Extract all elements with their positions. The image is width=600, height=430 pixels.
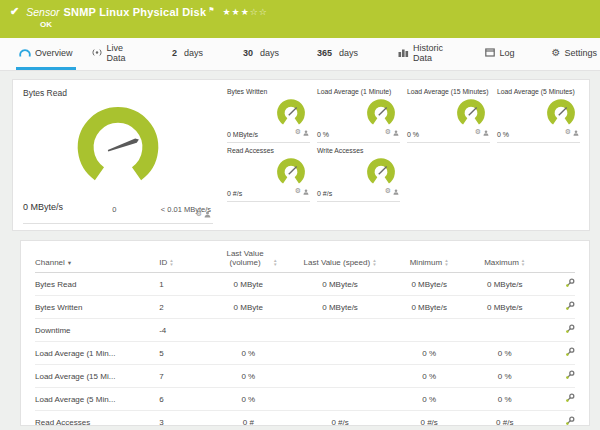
gauge-bytes-read[interactable]: Bytes Read 0 MByte/s 0 < 0.01 MByte/s ⚙ <box>23 88 213 224</box>
channel-settings-wrench-icon[interactable] <box>565 304 575 313</box>
channel-name[interactable]: Read Accesses <box>35 411 159 430</box>
channel-gear-icon[interactable]: ⚙ <box>385 187 391 194</box>
tab-label: Settings <box>564 48 597 58</box>
maximum-value <box>467 319 543 342</box>
tab-log[interactable]: Log <box>482 38 517 70</box>
channel-id: 3 <box>159 411 208 430</box>
channel-id: 2 <box>159 296 208 319</box>
user-icon[interactable] <box>573 122 579 140</box>
gauge-read-accesses[interactable]: Read Accesses 0 #/s ⚙ <box>227 147 310 202</box>
channel-gear-icon[interactable]: ⚙ <box>565 128 571 135</box>
channel-id: 1 <box>159 273 208 296</box>
user-icon[interactable] <box>303 181 309 199</box>
table-header-row: Channel▼ ID▲▼ Last Value (volume)▲▼ Last… <box>35 249 575 273</box>
gauge-current-value: 0 #/s <box>317 190 332 197</box>
live-data-icon <box>91 48 103 57</box>
tab-settings[interactable]: ⚙ Settings <box>549 38 600 70</box>
channel-settings-wrench-icon[interactable] <box>565 419 575 428</box>
tab-number: 30 <box>243 48 253 58</box>
priority-stars[interactable]: ★★★☆☆ <box>223 7 268 17</box>
channel-gear-icon[interactable]: ⚙ <box>475 128 481 135</box>
gear-icon: ⚙ <box>552 48 561 58</box>
gauge-load-average-1-minute[interactable]: Load Average (1 Minute) 0 % ⚙ <box>317 88 400 143</box>
sort-icon: ▲▼ <box>521 259 525 266</box>
channel-name[interactable]: Load Average (15 Mi... <box>35 365 159 388</box>
last-value-speed: 0 MByte/s <box>289 273 392 296</box>
minimum-value: 0 % <box>391 365 467 388</box>
channel-gear-icon[interactable]: ⚙ <box>196 210 202 217</box>
user-icon[interactable] <box>204 204 211 222</box>
gauge-current-value: 0 MByte/s <box>23 202 63 212</box>
stars-filled: ★★★ <box>223 7 250 17</box>
gauge-title: Load Average (5 Minutes) <box>497 88 580 95</box>
tab-historic-data[interactable]: Historic Data <box>395 38 449 70</box>
gauge-load-average-15-minutes[interactable]: Load Average (15 Minutes) 0 % ⚙ <box>407 88 490 143</box>
flag-icon[interactable]: ⚑ <box>208 6 214 14</box>
header-maximum[interactable]: Maximum▲▼ <box>467 249 543 273</box>
gauge-current-value: 0 % <box>407 131 419 138</box>
last-value-volume: 0 MByte <box>208 296 289 319</box>
user-icon[interactable] <box>393 122 399 140</box>
small-gauges-grid: Bytes Written 0 MByte/s ⚙ Load Average (… <box>227 88 581 224</box>
tab-2-days[interactable]: 2 days <box>169 38 206 70</box>
header-id[interactable]: ID▲▼ <box>159 249 208 273</box>
tab-number: 2 <box>172 48 177 58</box>
tab-label: Live Data <box>107 43 130 63</box>
last-value-volume: 0 # <box>208 411 289 430</box>
gauge-load-average-5-minutes[interactable]: Load Average (5 Minutes) 0 % ⚙ <box>497 88 580 143</box>
last-value-speed <box>289 388 392 411</box>
tab-label: days <box>260 48 279 58</box>
tab-30-days[interactable]: 30 days <box>240 38 282 70</box>
minimum-value: 0 MByte/s <box>391 296 467 319</box>
channel-name[interactable]: Load Average (5 Min... <box>35 388 159 411</box>
sort-icon: ▲▼ <box>273 259 277 266</box>
channel-settings-wrench-icon[interactable] <box>565 373 575 382</box>
gauge-title: Write Accesses <box>317 147 400 154</box>
channel-gear-icon[interactable]: ⚙ <box>295 128 301 135</box>
gauge-scale-min: 0 <box>112 205 116 214</box>
channel-gear-icon[interactable]: ⚙ <box>385 128 391 135</box>
channel-id: 7 <box>159 365 208 388</box>
minimum-value: 0 % <box>391 342 467 365</box>
gauge-write-accesses[interactable]: Write Accesses 0 #/s ⚙ <box>317 147 400 202</box>
table-row: Bytes Written 2 0 MByte 0 MByte/s 0 MByt… <box>35 296 575 319</box>
maximum-value: 0 MByte/s <box>467 296 543 319</box>
tab-label: Log <box>499 48 514 58</box>
channel-settings-wrench-icon[interactable] <box>565 281 575 290</box>
table-row: Load Average (5 Min... 6 0 % 0 % 0 % <box>35 388 575 411</box>
user-icon[interactable] <box>483 122 489 140</box>
tab-365-days[interactable]: 365 days <box>314 38 361 70</box>
channel-settings-wrench-icon[interactable] <box>565 396 575 405</box>
channel-id: 5 <box>159 342 208 365</box>
last-value-speed: 0 MByte/s <box>289 296 392 319</box>
gauge-bytes-written[interactable]: Bytes Written 0 MByte/s ⚙ <box>227 88 310 143</box>
gauge-title: Bytes Written <box>227 88 310 95</box>
channel-name[interactable]: Bytes Written <box>35 296 159 319</box>
maximum-value: 0 #/s <box>467 411 543 430</box>
header-actions <box>543 249 575 273</box>
stars-empty: ☆☆ <box>250 7 268 17</box>
channel-settings-wrench-icon[interactable] <box>565 327 575 336</box>
sort-icon: ▲▼ <box>169 259 173 266</box>
gauge-current-value: 0 % <box>317 131 329 138</box>
gauge-title: Read Accesses <box>227 147 310 154</box>
channel-name[interactable]: Downtime <box>35 319 159 342</box>
tab-live-data[interactable]: Live Data <box>88 38 133 70</box>
channel-settings-wrench-icon[interactable] <box>565 350 575 359</box>
tab-overview[interactable]: Overview <box>16 38 76 70</box>
sensor-title: SNMP Linux Physical Disk <box>64 6 207 18</box>
channel-name[interactable]: Load Average (1 Min... <box>35 342 159 365</box>
user-icon[interactable] <box>303 122 309 140</box>
table-row: Load Average (15 Mi... 7 0 % 0 % 0 % <box>35 365 575 388</box>
channel-name[interactable]: Bytes Read <box>35 273 159 296</box>
tab-number: 365 <box>317 48 332 58</box>
table-row: Downtime -4 <box>35 319 575 342</box>
header-channel[interactable]: Channel▼ <box>35 249 159 273</box>
header-last-value-speed[interactable]: Last Value (speed)▲▼ <box>289 249 392 273</box>
channel-gear-icon[interactable]: ⚙ <box>295 187 301 194</box>
user-icon[interactable] <box>393 181 399 199</box>
tab-label: days <box>184 48 203 58</box>
gauges-panel: Bytes Read 0 MByte/s 0 < 0.01 MByte/s ⚙ … <box>12 79 590 231</box>
header-minimum[interactable]: Minimum▲▼ <box>391 249 467 273</box>
header-last-value-volume[interactable]: Last Value (volume)▲▼ <box>208 249 289 273</box>
